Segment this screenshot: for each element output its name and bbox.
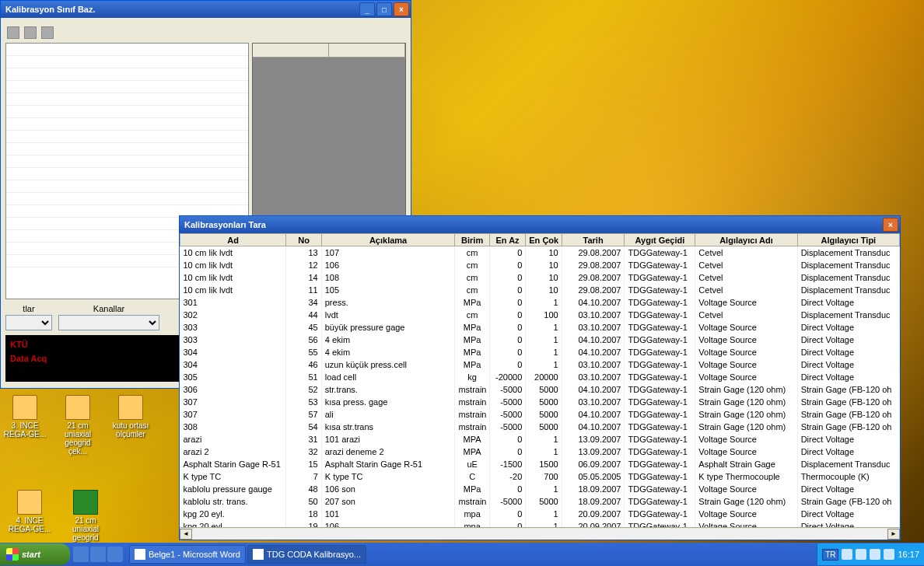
table-cell: Direct Voltage [797,371,899,383]
table-cell: MPa [455,296,489,309]
table-cell: TDGGateway-1 [625,246,695,259]
table-row[interactable]: 30854kısa str.transmstrain-5000500004.10… [180,421,900,433]
taskbar-task[interactable]: Belge1 - Microsoft Word [129,545,246,564]
table-row[interactable]: 303564 ekimMPa0104.10.2007TDGGateway-1Vo… [180,334,900,346]
maximize-button[interactable]: □ [376,2,392,16]
tray-icon-4[interactable] [884,549,894,560]
table-row[interactable]: Asphalt Starin Gage R-5115Asphalt Starin… [180,458,900,470]
tray-icon-1[interactable] [842,549,852,560]
desktop-icon[interactable]: 21 cm uniaxial geogrid çek... [62,490,109,550]
table-row[interactable]: arazi31101 araziMPA0113.09.2007TDGGatewa… [180,433,900,445]
column-header[interactable]: En Çok [526,234,562,246]
table-row[interactable]: kablolu str. trans.50207 sonmstrain-5000… [180,495,900,508]
column-header[interactable]: Algılayıcı Tipi [797,234,899,246]
table-cell: Voltage Source [695,520,797,528]
clock[interactable]: 16:17 [898,550,919,559]
table-row[interactable]: 10 cm lik lvdt11105cm01029.08.2007TDGGat… [180,284,900,296]
table-cell: TDGGateway-1 [625,458,695,470]
table-row[interactable]: K type TC7K type TCC-2070005.05.2005TDGG… [180,470,900,483]
quick-launch-desktop-icon[interactable] [90,547,106,562]
table-cell: kablolu pressure gauge [180,483,286,495]
column-header[interactable]: Tarih [562,234,625,246]
table-cell: 14 [286,271,321,284]
table-cell: 04.10.2007 [562,334,625,346]
scroll-left-arrow[interactable]: ◄ [180,529,192,540]
toolbar-button-3[interactable] [41,26,54,39]
calibration-table-wrap[interactable]: AdNoAçıklamaBirimEn AzEn ÇokTarihAygıt G… [180,233,900,527]
close-button[interactable]: × [394,2,409,16]
table-cell: Thermocouple (K) [797,470,899,483]
table-cell: TDGGateway-1 [625,470,695,483]
table-cell: Cetvel [695,309,797,321]
start-button[interactable]: start [0,543,70,565]
horizontal-scrollbar[interactable]: ◄ ► [180,527,900,540]
column-header[interactable]: Algılayıcı Adı [695,234,797,246]
table-cell: Cetvel [695,259,797,271]
quick-launch-ie-icon[interactable] [73,547,89,562]
desktop-icon[interactable]: 4. INCE REGA-GE... [6,490,53,550]
table-row[interactable]: 10 cm lik lvdt14108cm01029.08.2007TDGGat… [180,271,900,284]
table-cell: 29.08.2007 [562,246,625,259]
table-cell: 04.10.2007 [562,296,625,309]
language-indicator[interactable]: TR [822,549,838,561]
table-row[interactable]: kpg 20 eyl.18101mpa0120.09.2007TDGGatewa… [180,508,900,520]
table-cell: 03.10.2007 [562,358,625,371]
calibration-table: AdNoAçıklamaBirimEn AzEn ÇokTarihAygıt G… [180,233,900,527]
desktop-icon[interactable]: 3. INCE REGA-GE... [2,395,48,456]
toolbar-button-2[interactable] [24,26,37,39]
icon-label: kutu ortası ölçümler [107,421,154,438]
desktop-icon[interactable]: 21 cm uniaxial geogrid çek... [54,395,101,456]
select-kanallar[interactable] [58,315,159,330]
table-cell: 32 [286,445,321,458]
table-cell: 54 [286,421,321,433]
scroll-right-arrow[interactable]: ► [887,529,900,540]
tray-icon-2[interactable] [856,549,866,560]
table-cell: 04.10.2007 [562,408,625,421]
select-tlar[interactable] [5,315,52,330]
table-row[interactable]: arazi 232arazi deneme 2MPA0113.09.2007TD… [180,445,900,458]
table-cell: 56 [286,334,321,346]
minimize-button[interactable]: _ [359,2,375,16]
table-cell: Voltage Source [695,508,797,520]
table-row[interactable]: 30757alimstrain-5000500004.10.2007TDGGat… [180,408,900,421]
table-row[interactable]: 10 cm lik lvdt13107cm01029.08.2007TDGGat… [180,246,900,259]
column-header[interactable]: Açıklama [321,234,455,246]
table-cell: Voltage Source [695,334,797,346]
table-row[interactable]: 304554 ekimMPa0104.10.2007TDGGateway-1Vo… [180,346,900,358]
taskbar-task[interactable]: TDG CODA Kalibrasyo... [247,545,366,564]
table-row[interactable]: 30652str.trans.mstrain-5000500004.10.200… [180,383,900,396]
table-cell: mpa [455,520,489,528]
table-cell: 0 [489,309,525,321]
table-cell: K type TC [321,470,455,483]
table-cell: 19 [286,520,321,528]
table-row[interactable]: 30134press.MPa0104.10.2007TDGGateway-1Vo… [180,296,900,309]
titlebar[interactable]: Kalibrasyon Sınıf Baz. _ □ × [1,1,411,18]
column-header[interactable]: No [286,234,321,246]
table-cell: 1 [526,334,562,346]
table-row[interactable]: 30551load cellkg-200002000003.10.2007TDG… [180,371,900,383]
toolbar-button-1[interactable] [7,26,19,39]
tray-icon-3[interactable] [870,549,880,560]
table-row[interactable]: 30753kısa press. gagemstrain-5000500003.… [180,396,900,408]
column-header[interactable]: Ad [180,234,286,246]
column-header[interactable]: Birim [455,234,489,246]
table-cell: 5000 [526,383,562,396]
table-cell: cm [455,284,489,296]
table-row[interactable]: 30244lvdtcm010003.10.2007TDGGateway-1Cet… [180,309,900,321]
desktop-icon[interactable]: kutu ortası ölçümler [107,395,154,456]
close-button[interactable]: × [883,218,898,232]
table-row[interactable]: 30446uzun küçük press.cellMPa0103.10.200… [180,358,900,371]
table-cell: 106 son [321,483,455,495]
quick-launch-media-icon[interactable] [107,547,123,562]
folder-icon [118,395,143,420]
column-header[interactable]: En Az [489,234,525,246]
table-row[interactable]: kpg 20 eyl19106mpa0120.09.2007TDGGateway… [180,520,900,528]
table-row[interactable]: 10 cm lik lvdt12106cm01029.08.2007TDGGat… [180,259,900,271]
titlebar[interactable]: Kalibrasyonları Tara × [180,216,900,233]
table-cell: 0 [489,445,525,458]
table-row[interactable]: kablolu pressure gauge48106 sonMPa0118.0… [180,483,900,495]
table-cell: Asphalt Starin Gage R-51 [321,458,455,470]
table-cell: 308 [180,421,286,433]
table-row[interactable]: 30345büyük pressure gageMPa0103.10.2007T… [180,321,900,334]
column-header[interactable]: Aygıt Geçidi [625,234,695,246]
